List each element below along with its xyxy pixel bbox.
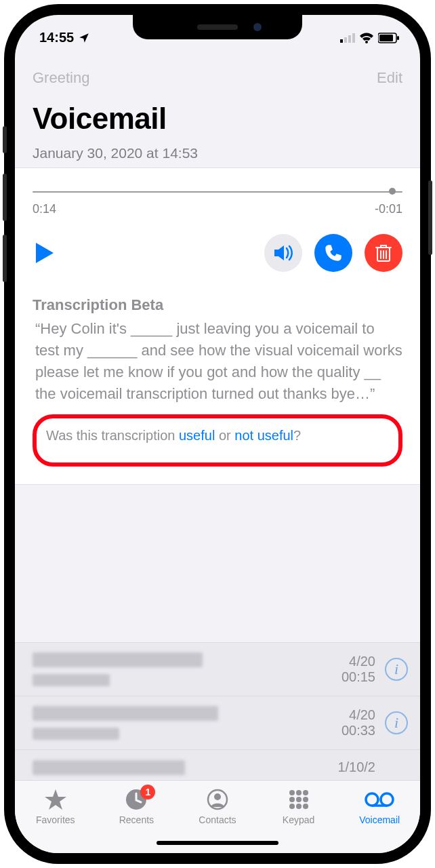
svg-point-22 (381, 793, 393, 806)
nav-greeting-button[interactable]: Greeting (33, 69, 89, 87)
blurred-caller-sub (33, 674, 110, 686)
location-icon (78, 32, 90, 44)
voicemail-icon (346, 787, 413, 812)
info-button[interactable]: i (385, 711, 408, 734)
transcription-text: “Hey Colin it's _____ just leaving you a… (33, 318, 402, 405)
volume-down-button (3, 235, 7, 282)
home-indicator[interactable] (157, 841, 278, 845)
voicemail-date: January 30, 2020 at 14:53 (33, 145, 402, 161)
svg-rect-6 (379, 35, 393, 41)
scrubber-knob[interactable] (389, 188, 396, 195)
tab-recents[interactable]: 1 Recents (102, 787, 170, 825)
row-date: 1/10/2 (337, 760, 375, 775)
time-remaining: -0:01 (375, 202, 402, 216)
svg-rect-7 (397, 36, 399, 40)
status-bar: 14:55 (15, 15, 420, 52)
speaker-button[interactable] (264, 234, 302, 272)
svg-point-16 (296, 797, 302, 802)
scrubber-track (33, 191, 402, 193)
svg-point-15 (289, 797, 295, 802)
row-duration: 00:15 (341, 669, 375, 685)
tab-favorites[interactable]: Favorites (22, 787, 89, 825)
tab-label: Keypad (265, 814, 333, 825)
row-date: 4/20 (341, 654, 375, 669)
recents-badge: 1 (140, 785, 155, 800)
status-time: 14:55 (39, 30, 74, 45)
svg-point-13 (296, 790, 302, 795)
tab-label: Recents (102, 814, 170, 825)
side-button (428, 180, 432, 255)
svg-rect-2 (348, 35, 351, 43)
device-frame: 14:55 (4, 4, 431, 864)
tab-keypad[interactable]: Keypad (265, 787, 333, 825)
voicemail-list: 4/20 00:15 i 4/20 00:33 i (15, 642, 420, 779)
svg-point-14 (303, 790, 308, 795)
clock-icon: 1 (102, 787, 170, 812)
tab-contacts[interactable]: Contacts (184, 787, 251, 825)
time-elapsed: 0:14 (33, 202, 56, 216)
cellular-icon (340, 33, 355, 43)
feedback-suffix: ? (293, 428, 301, 443)
screen: 14:55 (15, 15, 420, 853)
feedback-prefix: Was this transcription (46, 428, 179, 443)
play-button[interactable] (33, 241, 57, 265)
svg-rect-1 (344, 37, 347, 43)
blurred-caller-name (33, 652, 203, 667)
feedback-or: or (215, 428, 234, 443)
svg-point-18 (289, 804, 295, 809)
transcription-feedback: Was this transcription useful or not use… (33, 414, 402, 467)
tab-label: Contacts (184, 814, 251, 825)
page-title: Voicemail (33, 102, 402, 136)
playback-scrubber[interactable] (33, 186, 402, 198)
mute-switch (3, 126, 7, 153)
info-button[interactable]: i (385, 658, 408, 681)
svg-point-17 (303, 797, 308, 802)
tab-voicemail[interactable]: Voicemail (346, 787, 413, 825)
blurred-caller-name (33, 706, 218, 721)
svg-point-4 (365, 41, 368, 43)
volume-up-button (3, 174, 7, 221)
feedback-useful-link[interactable]: useful (179, 428, 215, 443)
svg-rect-3 (352, 33, 355, 43)
feedback-not-useful-link[interactable]: not useful (234, 428, 293, 443)
keypad-icon (265, 787, 333, 812)
callback-button[interactable] (314, 234, 352, 272)
svg-point-12 (289, 790, 295, 795)
svg-rect-0 (340, 39, 343, 43)
wifi-icon (359, 33, 374, 43)
svg-point-19 (296, 804, 302, 809)
row-date: 4/20 (341, 707, 375, 723)
voicemail-row[interactable]: 4/20 00:33 i (15, 696, 420, 749)
row-duration: 00:33 (341, 723, 375, 738)
svg-point-20 (303, 804, 308, 809)
contact-icon (184, 787, 251, 812)
voicemail-detail-card: 0:14 -0:01 (15, 167, 420, 485)
blurred-caller-name (33, 760, 185, 775)
tab-label: Voicemail (346, 814, 413, 825)
nav-edit-button[interactable]: Edit (377, 69, 402, 87)
blurred-caller-sub (33, 728, 119, 740)
svg-point-11 (214, 793, 221, 800)
transcription-heading: Transcription Beta (33, 296, 402, 314)
tab-label: Favorites (22, 814, 89, 825)
voicemail-row[interactable]: 4/20 00:15 i (15, 642, 420, 696)
playback-controls (33, 234, 402, 272)
svg-point-21 (366, 793, 378, 806)
delete-button[interactable] (365, 234, 402, 272)
voicemail-row[interactable]: 1/10/2 (15, 749, 420, 779)
star-icon (22, 787, 89, 812)
battery-icon (378, 33, 400, 43)
nav-header: Greeting Edit Voicemail January 30, 2020… (15, 52, 420, 168)
